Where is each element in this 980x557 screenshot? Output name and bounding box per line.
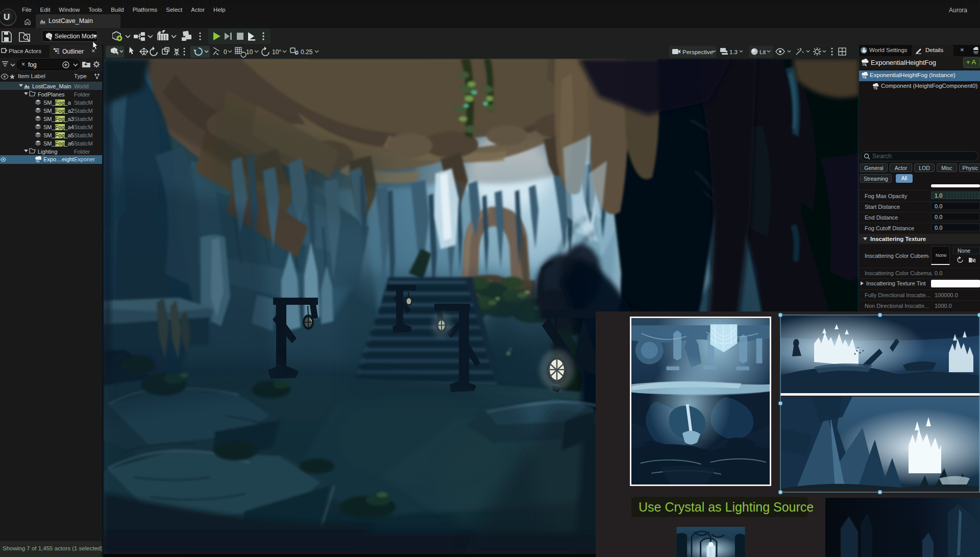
svg-text:10°: 10° <box>272 49 281 56</box>
svg-text:0: 0 <box>224 49 227 56</box>
svg-text:10: 10 <box>246 49 253 56</box>
svg-text:0.25: 0.25 <box>301 49 313 56</box>
svg-text:Lit: Lit <box>760 49 766 55</box>
svg-text:Perspective: Perspective <box>682 49 713 55</box>
svg-text:1.3: 1.3 <box>729 49 738 55</box>
